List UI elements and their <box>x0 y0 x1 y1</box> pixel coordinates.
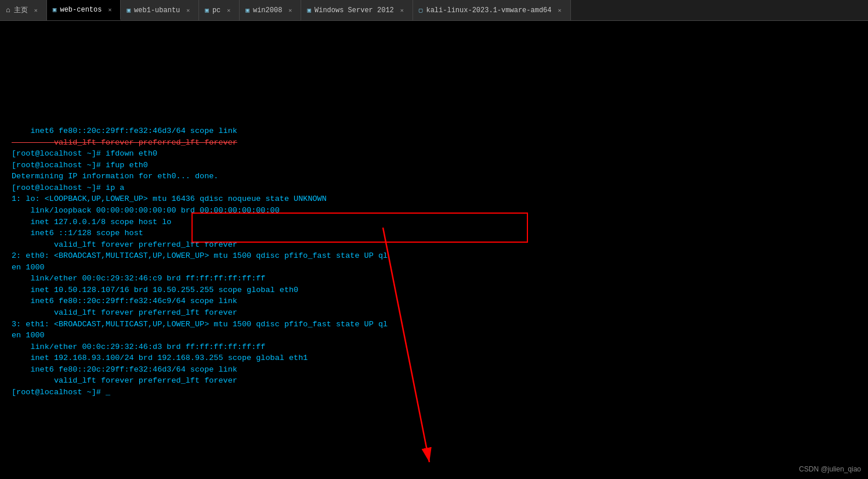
tab-home-close[interactable]: ✕ <box>31 6 41 15</box>
terminal-line-6: [root@localhost ~]# ip a <box>12 182 868 194</box>
terminal-line-15: inet 10.50.128.107/16 brd 10.50.255.255 … <box>12 284 868 296</box>
terminal-line-3: [root@localhost ~]# ifdown eth0 <box>12 148 868 160</box>
terminal-icon-web-centos: ▣ <box>53 6 57 13</box>
terminal-line-19: en 1000 <box>12 330 868 341</box>
tab-pc-close[interactable]: ✕ <box>224 6 233 15</box>
home-icon: ⌂ <box>6 6 10 15</box>
terminal-line-12: 2: eth0: <BROADCAST,MULTICAST,UP,LOWER_U… <box>12 250 868 262</box>
terminal-line-11: valid_lft forever preferred_lft forever <box>12 239 868 251</box>
tab-windows-server-2012-close[interactable]: ✕ <box>397 6 407 15</box>
terminal-line-14: link/ether 00:0c:29:32:46:c9 brd ff:ff:f… <box>12 273 868 284</box>
terminal-line-9: inet 127.0.0.1/8 scope host lo <box>12 217 868 228</box>
tab-windows-server-2012-label: Windows Server 2012 <box>314 6 394 15</box>
terminal-line-24: [root@localhost ~]# _ <box>12 387 868 398</box>
terminal[interactable]: inet6 fe80::20c:29ff:fe32:46d3/64 scope … <box>0 21 868 479</box>
terminal-line-18: 3: eth1: <BROADCAST,MULTICAST,UP,LOWER_U… <box>12 319 868 330</box>
terminal-line-17: valid_lft forever preferred_lft forever <box>12 307 868 319</box>
terminal-line-21: inet 192.168.93.100/24 brd 192.168.93.25… <box>12 352 868 364</box>
terminal-icon-windows-server-2012: ▣ <box>307 6 311 14</box>
terminal-line-10: inet6 ::1/128 scope host <box>12 228 868 239</box>
terminal-line-16: inet6 fe80::20c:29ff:fe32:46c9/64 scope … <box>12 296 868 307</box>
terminal-line-4: [root@localhost ~]# ifup eth0 <box>12 160 868 171</box>
tab-win2008-label: win2008 <box>253 6 282 15</box>
tab-win2008[interactable]: ▣ win2008 ✕ <box>240 0 301 20</box>
terminal-line-5: Determining IP information for eth0... d… <box>12 171 868 182</box>
watermark: CSDN @julien_qiao <box>799 464 861 474</box>
tab-web1-ubantu[interactable]: ▣ web1-ubantu ✕ <box>121 0 199 20</box>
tab-home-label: 主页 <box>14 5 28 15</box>
tab-web-centos[interactable]: ▣ web-centos ✕ <box>47 0 121 20</box>
tab-kali-linux-close[interactable]: ✕ <box>555 6 565 15</box>
terminal-icon-win2008: ▣ <box>245 6 249 14</box>
tab-home[interactable]: ⌂ 主页 ✕ <box>0 0 47 20</box>
terminal-line-7: 1: lo: <LOOPBACK,UP,LOWER_UP> mtu 16436 … <box>12 193 868 205</box>
tab-windows-server-2012[interactable]: ▣ Windows Server 2012 ✕ <box>301 0 413 20</box>
terminal-output: inet6 fe80::20c:29ff:fe32:46d3/64 scope … <box>0 33 868 398</box>
terminal-icon-web1-ubantu: ▣ <box>126 6 131 14</box>
terminal-icon-kali-linux: ▢ <box>419 6 423 14</box>
terminal-line-23: valid_lft forever preferred_lft forever <box>12 375 868 387</box>
terminal-icon-pc: ▣ <box>205 6 209 14</box>
tab-kali-linux-label: kali-linux-2023.1-vmware-amd64 <box>426 6 551 15</box>
terminal-line-8: link/loopback 00:00:00:00:00:00 brd 00:0… <box>12 205 868 217</box>
terminal-line-22: inet6 fe80::20c:29ff:fe32:46d3/64 scope … <box>12 364 868 376</box>
terminal-line-2: valid_lft forever preferred_lft forever <box>12 137 868 149</box>
tab-kali-linux[interactable]: ▢ kali-linux-2023.1-vmware-amd64 ✕ <box>413 0 571 20</box>
terminal-line-20: link/ether 00:0c:29:32:46:d3 brd ff:ff:f… <box>12 341 868 353</box>
tab-bar: ⌂ 主页 ✕ ▣ web-centos ✕ ▣ web1-ubantu ✕ ▣ … <box>0 0 868 21</box>
terminal-line-1: inet6 fe80::20c:29ff:fe32:46d3/64 scope … <box>12 125 868 137</box>
tab-web1-ubantu-label: web1-ubantu <box>134 6 180 15</box>
tab-web-centos-close[interactable]: ✕ <box>105 5 114 15</box>
tab-pc[interactable]: ▣ pc ✕ <box>199 0 240 20</box>
tab-web-centos-label: web-centos <box>60 6 102 14</box>
tab-win2008-close[interactable]: ✕ <box>285 6 295 15</box>
terminal-line-13: en 1000 <box>12 262 868 273</box>
tab-web1-ubantu-close[interactable]: ✕ <box>183 6 193 15</box>
tab-pc-label: pc <box>212 6 220 15</box>
